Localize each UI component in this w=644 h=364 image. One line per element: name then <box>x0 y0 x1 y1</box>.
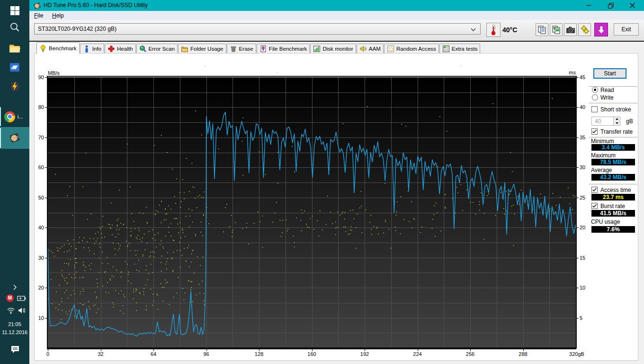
maximum-label: Maximum <box>591 152 616 159</box>
temperature-button[interactable] <box>486 23 501 37</box>
svg-text:70: 70 <box>38 135 44 140</box>
save-captures-button[interactable] <box>594 23 608 36</box>
drive-selector[interactable]: ST320LT020-9YG142 (320 gB) <box>34 23 481 35</box>
cpu-usage-label: CPU usage <box>591 218 620 225</box>
search-icon <box>9 22 20 32</box>
close-button[interactable] <box>622 0 643 11</box>
svg-text:20: 20 <box>38 285 44 291</box>
tray-wifi-icon[interactable] <box>7 307 15 316</box>
start-button[interactable] <box>0 4 29 17</box>
download-arrow-icon <box>597 26 606 34</box>
benchmark-icon <box>39 45 47 52</box>
tray-mega-icon[interactable]: M <box>6 294 14 302</box>
start-button-panel[interactable]: Start <box>593 68 626 79</box>
cpu-usage-value: 7.6% <box>591 226 635 233</box>
chevron-down-icon <box>470 27 476 33</box>
copy-image-button[interactable] <box>550 23 563 36</box>
tray-expand-button[interactable] <box>0 282 29 292</box>
svg-text:10: 10 <box>38 315 44 321</box>
minimum-label: Minimum <box>591 138 614 145</box>
svg-text:45: 45 <box>580 74 585 80</box>
copy-text-button[interactable] <box>536 23 548 36</box>
svg-text:25: 25 <box>580 195 585 200</box>
taskbar-app4-button[interactable] <box>0 61 29 73</box>
short-stroke-spinner[interactable]: 40 <box>591 117 620 126</box>
spinner-down-button[interactable] <box>613 121 620 125</box>
average-value: 43.2 MB/s <box>591 174 635 181</box>
separator <box>589 184 637 184</box>
maximum-value: 78.5 MB/s <box>591 159 635 165</box>
drive-selector-value: ST320LT020-9YG142 (320 gB) <box>35 26 116 32</box>
svg-text:128: 128 <box>255 351 263 357</box>
tray-clock-date[interactable]: 11.12.2016 <box>0 329 29 335</box>
taskbar-search-button[interactable] <box>0 21 29 33</box>
average-label: Average <box>591 167 612 173</box>
check-icon <box>592 129 597 134</box>
svg-text:15: 15 <box>580 255 585 261</box>
hdtune-app-icon <box>9 132 20 144</box>
camera-icon <box>566 26 575 34</box>
svg-text:0: 0 <box>46 351 49 357</box>
menu-bar <box>29 11 644 20</box>
toolbar: ST320LT020-9YG142 (320 gB) 40°C <box>29 20 644 42</box>
restore-button[interactable] <box>600 0 621 11</box>
svg-text:224: 224 <box>413 351 421 357</box>
copy-image-icon <box>552 25 561 35</box>
burst-rate-label: Burst rate <box>600 203 625 209</box>
burst-rate-checkbox[interactable] <box>591 203 598 209</box>
taskbar-chrome-button[interactable]: i... <box>0 106 29 127</box>
svg-text:160: 160 <box>307 351 316 357</box>
short-stroke-checkbox[interactable] <box>591 106 598 112</box>
temperature-value: 40°C <box>502 26 517 34</box>
svg-text:35: 35 <box>580 135 585 140</box>
screenshot-button[interactable] <box>564 23 577 36</box>
exit-button[interactable]: Exit <box>614 23 639 36</box>
blue-app-icon <box>9 62 20 73</box>
svg-text:80: 80 <box>38 104 44 110</box>
taskbar-winamp-button[interactable] <box>0 80 29 93</box>
winamp-icon <box>9 81 21 92</box>
menu-file[interactable]: File <box>31 12 46 19</box>
access-time-checkbox[interactable] <box>591 187 598 193</box>
transfer-rate-checkbox[interactable] <box>591 128 598 135</box>
window-app-icon <box>34 2 41 9</box>
window-title: HD Tune Pro 5.60 - Hard Disk/SSD Utility <box>44 2 148 9</box>
access-time-value: 23.7 ms <box>591 194 635 200</box>
svg-text:50: 50 <box>38 195 44 200</box>
svg-text:MB/s: MB/s <box>48 70 60 76</box>
tab-benchmark[interactable]: Benchmark <box>36 42 80 54</box>
spinner-unit-label: gB <box>626 118 633 125</box>
action-center-button[interactable] <box>10 345 20 355</box>
svg-text:ms: ms <box>569 70 576 75</box>
tray-battery-icon[interactable] <box>17 295 26 303</box>
minimize-button[interactable] <box>578 0 599 11</box>
svg-text:40: 40 <box>580 104 585 110</box>
svg-text:40: 40 <box>38 225 44 230</box>
tray-volume-icon[interactable] <box>18 307 26 316</box>
svg-text:60: 60 <box>38 164 44 170</box>
chevron-right-icon <box>12 284 18 291</box>
taskbar-hdtune-button[interactable] <box>0 129 29 147</box>
read-label: Read <box>600 87 614 93</box>
svg-text:288: 288 <box>519 351 527 357</box>
menu-help[interactable]: Help <box>49 12 67 19</box>
minimum-value: 3.4 MB/s <box>591 144 635 151</box>
chart-grid <box>48 77 576 348</box>
short-stroke-label: Short stroke <box>600 106 631 113</box>
svg-text:10: 10 <box>580 285 585 291</box>
svg-text:30: 30 <box>580 164 585 170</box>
benchmark-chart: 9080706050403020104540353025201510503264… <box>0 0 644 364</box>
burst-rate-value: 41.5 MB/s <box>591 210 635 217</box>
check-icon <box>592 187 597 192</box>
separator <box>589 137 637 137</box>
write-radio[interactable] <box>592 94 598 100</box>
options-button[interactable] <box>578 23 591 36</box>
svg-text:32: 32 <box>98 351 103 357</box>
thermometer-icon <box>490 24 497 36</box>
read-radio[interactable] <box>592 87 598 93</box>
copy-text-icon <box>537 25 547 35</box>
tray-clock-time[interactable]: 21:05 <box>0 321 29 327</box>
svg-text:192: 192 <box>360 351 369 357</box>
taskbar-explorer-button[interactable] <box>0 42 29 55</box>
svg-text:90: 90 <box>38 74 44 80</box>
